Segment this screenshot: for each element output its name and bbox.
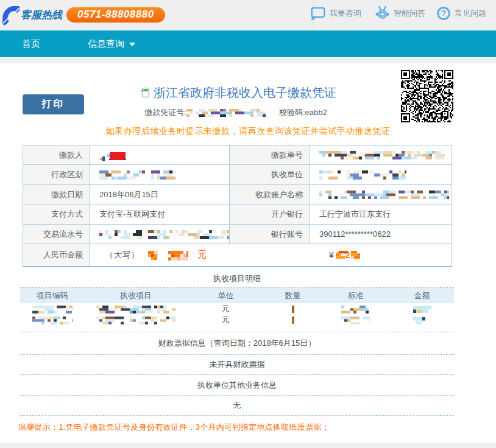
- other-business-value: 无: [20, 396, 454, 416]
- redacted-item-code: [32, 306, 73, 313]
- pay-date-label: 缴款日期: [23, 185, 90, 205]
- voucher-row: 缴款凭证号: 校验码:eabb2: [0, 107, 484, 118]
- amount-figure: 0.20: [336, 250, 356, 260]
- items-header-row: 项目编码 执收项目 单位 数量 标准 金额: [20, 288, 454, 303]
- col-unit: 单位: [188, 288, 264, 303]
- col-quantity: 数量: [264, 288, 322, 303]
- hotline-number-pill: 0571-88808880: [66, 7, 165, 23]
- amount-words-suffix: 元: [197, 249, 207, 259]
- redacted-payer: [99, 149, 127, 161]
- payer-label: 缴款人: [23, 145, 90, 165]
- link-smart-qa[interactable]: 智能问答: [375, 5, 425, 21]
- chat-icon: [311, 7, 325, 20]
- chevron-down-icon: [129, 43, 135, 46]
- redacted-item-quantity: [292, 306, 294, 313]
- col-item-name: 执收项目: [84, 288, 188, 303]
- col-amount: 金额: [390, 288, 454, 303]
- bank-acct-label: 银行账号: [230, 225, 310, 244]
- admin-div-value: [90, 165, 230, 185]
- redacted-item-name: [96, 306, 175, 313]
- nav-home-label: 首页: [22, 38, 40, 50]
- hotline-label: 客服热线: [21, 8, 62, 22]
- link-faq-label: 常见问题: [455, 8, 486, 19]
- redacted-item-amount: [413, 306, 431, 313]
- pay-date-value: 2018年06月15日: [90, 185, 230, 205]
- info-sections: 财政票据信息（查询日期：2018年6月15日） 未开具财政票据 执收单位其他业务…: [20, 332, 454, 416]
- link-consult-label: 我要咨询: [330, 8, 361, 19]
- trans-no-label: 交易流水号: [23, 225, 90, 244]
- bank-label: 开户银行: [230, 205, 310, 225]
- currency-symbol: ¥: [329, 250, 334, 260]
- redacted-item-standard: [341, 317, 370, 324]
- pay-method-label: 支付方式: [23, 205, 90, 225]
- question-icon: ?: [437, 7, 450, 20]
- order-no-value: [310, 145, 452, 165]
- pay-method-value: 支付宝-互联网支付: [90, 205, 230, 225]
- amount-words-prefix: （大写）: [105, 250, 140, 259]
- push-warning-text: 如果办理后续业务时提示未缴款，请再次查询该凭证并尝试手动推送凭证: [0, 126, 496, 137]
- table-row: 行政区划 执收单位: [23, 165, 452, 185]
- redacted-trans-no: [99, 230, 230, 239]
- footer-strip: [0, 443, 496, 448]
- items-table: 项目编码 执收项目 单位 数量 标准 金额 元 元: [20, 287, 454, 332]
- payment-detail-table: 缴款人 缴款单号 行政区划 执收单位 缴款日期 2018年06月15日 收款账户…: [23, 145, 452, 267]
- svg-text:?: ?: [441, 9, 446, 18]
- link-faq[interactable]: ? 常见问题: [437, 7, 486, 20]
- check-code: 校验码:eabb2: [279, 107, 327, 118]
- collect-unit-value: [310, 165, 452, 185]
- page-title: 浙江省政府非税收入电子缴款凭证: [154, 86, 336, 99]
- amount-label: 人民币金额: [23, 244, 90, 267]
- nav-info-query[interactable]: 信息查询: [88, 30, 135, 57]
- bank-acct-value: 390112*********0622: [310, 225, 452, 244]
- redacted-item-amount: [413, 317, 431, 324]
- link-smart-qa-label: 智能问答: [394, 8, 425, 19]
- voucher-no-label: 缴款凭证号:: [144, 107, 186, 118]
- item-unit: 元: [188, 314, 264, 325]
- table-row: 缴款日期 2018年06月15日 收款账户名称: [23, 185, 452, 205]
- other-business-title: 执收单位其他业务信息: [20, 375, 454, 396]
- items-section-title: 执收项目明细: [20, 273, 454, 284]
- main-navbar: 首页 信息查询: [0, 30, 496, 57]
- table-row: 缴款人 缴款单号: [23, 145, 452, 165]
- redacted-account-name: [319, 191, 449, 199]
- redacted-amount-words: [168, 251, 188, 261]
- document-icon: [141, 88, 149, 97]
- redacted-voucher-no: [186, 109, 266, 117]
- admin-div-label: 行政区划: [23, 165, 90, 185]
- payer-value: [90, 145, 230, 165]
- redacted-amount-words: [148, 251, 158, 260]
- redacted-item-quantity: [292, 317, 294, 324]
- phone-icon: [2, 6, 19, 26]
- nav-info-query-label: 信息查询: [88, 38, 124, 50]
- redacted-item-code: [32, 317, 73, 324]
- nav-home[interactable]: 首页: [22, 30, 40, 57]
- gray-strip: [0, 58, 496, 63]
- link-consult[interactable]: 我要咨询: [311, 7, 361, 20]
- certificate-title-row: 浙江省政府非税收入电子缴款凭证: [0, 86, 487, 99]
- hotline-number: 0571-88808880: [77, 9, 154, 21]
- table-row: 交易流水号 银行账号 390112*********0622: [23, 225, 452, 244]
- reminder-tip: 温馨提示：1.凭电子缴款凭证号及身份有效证件，3个月内可到指定地点换取纸质票据；: [18, 422, 481, 433]
- fiscal-bill-info: 财政票据信息（查询日期：2018年6月15日）: [20, 332, 454, 355]
- amount-figures-group: ¥ 0.20: [329, 244, 356, 266]
- order-no-label: 缴款单号: [230, 145, 310, 165]
- robot-icon: [375, 5, 389, 21]
- bank-value: 工行宁波市江东支行: [310, 205, 452, 225]
- collect-unit-label: 执收单位: [230, 165, 310, 185]
- trans-no-value: [90, 225, 230, 244]
- header-links: 我要咨询 智能问答 ? 常见问题: [311, 0, 486, 26]
- fiscal-bill-status: 未开具财政票据: [20, 355, 454, 375]
- item-row: 元: [20, 303, 454, 314]
- col-item-code: 项目编码: [20, 288, 84, 303]
- redacted-item-name: [96, 317, 175, 324]
- redacted-amount-figure: [336, 251, 360, 259]
- account-name-label: 收款账户名称: [230, 185, 310, 205]
- amount-value-cell: （大写） 元 ¥ 0.20: [90, 244, 452, 267]
- redacted-item-standard: [341, 306, 370, 313]
- table-row: 支付方式 支付宝-互联网支付 开户银行 工行宁波市江东支行: [23, 205, 452, 225]
- col-standard: 标准: [322, 288, 390, 303]
- hotline-group: 客服热线 0571-88808880: [2, 0, 165, 29]
- item-row: 元: [20, 314, 454, 325]
- redacted-collect-unit: [319, 170, 406, 180]
- item-unit: 元: [188, 303, 264, 314]
